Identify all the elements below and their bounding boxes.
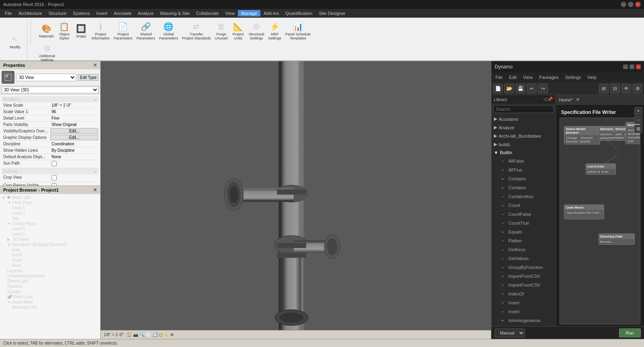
- menu-manage[interactable]: Manage: [238, 10, 260, 17]
- dynamo-maximize[interactable]: □: [630, 64, 634, 69]
- snaps-button[interactable]: 🔲 Snaps: [73, 22, 89, 39]
- menu-annotate[interactable]: Annotate: [111, 10, 135, 17]
- crop-view-checkbox[interactable]: [52, 175, 57, 180]
- graphic-display-edit-button[interactable]: Edit...: [50, 135, 98, 140]
- dynamo-close[interactable]: ✕: [636, 64, 641, 69]
- home-tab-close[interactable]: ✕: [576, 97, 580, 102]
- tree-item-level2-cp[interactable]: Level 2: [1, 231, 99, 237]
- menu-view[interactable]: View: [222, 10, 238, 17]
- crop-region-checkbox[interactable]: [52, 183, 57, 186]
- menu-systems[interactable]: Systems: [70, 10, 93, 17]
- tree-item-families[interactable]: Families: [1, 284, 99, 289]
- project-params-button[interactable]: 📄 ProjectParameters: [112, 20, 134, 41]
- lib-item-insert1[interactable]: ▪ Insert: [491, 298, 555, 307]
- properties-close-button[interactable]: ✕: [93, 62, 97, 68]
- dynamo-settings-btn[interactable]: ⚙: [633, 84, 642, 93]
- lib-item-getkeys[interactable]: ▪ GetKeys: [491, 245, 555, 254]
- tree-item-revit-links[interactable]: 🔗 Revit Links: [1, 294, 99, 299]
- menu-structure[interactable]: Structure: [45, 10, 70, 17]
- dynamo-node-area[interactable]: Specification File Writer Select Model E…: [558, 108, 642, 326]
- lib-item-getvalues[interactable]: ▪ GetValues: [491, 254, 555, 263]
- lib-cat-analyze[interactable]: ▶ Analyze: [491, 123, 555, 132]
- tree-item-ceiling-plans[interactable]: ▼ Ceiling Plans: [1, 221, 99, 226]
- tree-item-floor-plans[interactable]: ▼ Floor Plans: [1, 200, 99, 205]
- dynamo-preview-button[interactable]: 👁: [621, 84, 631, 93]
- lib-item-insert2[interactable]: ▪ Insert: [491, 307, 555, 316]
- dyn-zoom-in-button[interactable]: +: [634, 107, 642, 115]
- dynamo-new-button[interactable]: 📄: [493, 84, 503, 93]
- tree-item-north[interactable]: North: [1, 252, 99, 258]
- lib-cat-builtin[interactable]: ▼ BuiltIn: [491, 149, 555, 157]
- tree-item-east[interactable]: East: [1, 247, 99, 252]
- view-name-select[interactable]: 3D View: (3D): [2, 87, 99, 93]
- menu-massing[interactable]: Massing & Site: [157, 10, 193, 17]
- dynamo-menu-packages[interactable]: Packages: [537, 74, 561, 81]
- run-button[interactable]: Run: [619, 328, 641, 337]
- close-button[interactable]: ✕: [635, 2, 641, 7]
- menu-architecture[interactable]: Architecture: [15, 10, 45, 17]
- dir-path-node[interactable]: Directory Path Browse...: [599, 233, 635, 245]
- dynamo-zoom-fit-button[interactable]: ⊞: [599, 84, 609, 93]
- dynamo-open-button[interactable]: 📂: [504, 84, 514, 93]
- dynamo-save-button[interactable]: 💾: [516, 84, 525, 93]
- lib-item-contains2[interactable]: ▪ Contains: [491, 183, 555, 192]
- viewport[interactable]: 1/8" = 1'-0" 🏠 📷 🔍 ⬜ 🔄 ◻ 📐 ⚙: [101, 61, 491, 339]
- transfer-button[interactable]: ⇄ TransferProject Standards: [180, 20, 213, 41]
- extents-section[interactable]: Extents ▲: [2, 168, 99, 174]
- edit-type-button[interactable]: Edit Type: [78, 74, 99, 81]
- menu-analyze[interactable]: Analyze: [135, 10, 157, 17]
- code-block-node[interactable]: Code Block "Specification File Path"; .: [564, 204, 604, 219]
- tree-item-legends[interactable]: Legends: [1, 268, 99, 273]
- node-workspace[interactable]: Select Model Element Change Element Elem…: [559, 118, 640, 324]
- menu-sitedesigner[interactable]: Site Designer: [316, 10, 349, 17]
- dyn-zoom-out-button[interactable]: −: [634, 116, 642, 124]
- list-create-node[interactable]: List.Create index0 ● ● list: [586, 163, 616, 175]
- dynamo-undo-button[interactable]: ↩: [527, 84, 537, 93]
- library-pin-icon[interactable]: 📌: [547, 97, 553, 102]
- dyn-fit-button[interactable]: ⊞: [634, 125, 642, 133]
- tree-item-views[interactable]: ▼ 👁 Views (all): [1, 195, 99, 200]
- lib-item-importcsv2[interactable]: ▪ ImportFromCSV: [491, 281, 555, 289]
- lib-item-importcsv1[interactable]: ▪ ImportFromCSV: [491, 272, 555, 281]
- tree-item-elevations[interactable]: ▼ Elevations (Building Elevation): [1, 242, 99, 247]
- tree-item-level1-fp[interactable]: Level 1: [1, 205, 99, 211]
- tree-item-level2-fp[interactable]: Level 2: [1, 211, 99, 216]
- mep-settings-button[interactable]: ⚡ MEPSettings: [266, 20, 283, 41]
- tree-item-groups[interactable]: Groups: [1, 289, 99, 294]
- menu-insert[interactable]: Insert: [93, 10, 111, 17]
- object-styles-button[interactable]: 📋 ObjectStyles: [56, 20, 72, 41]
- home-tab-label[interactable]: Home*: [559, 97, 573, 102]
- tree-item-3d-views[interactable]: ▶ 3D Views: [1, 237, 99, 242]
- minimize-button[interactable]: —: [621, 2, 626, 7]
- tree-item-assemblies[interactable]: ▼ Assemblies: [1, 299, 99, 305]
- library-search-input[interactable]: [493, 105, 554, 113]
- panel-schedule-button[interactable]: 📊 Panel ScheduleTemplates: [284, 20, 312, 41]
- lib-item-containskey[interactable]: ▪ ContainsKey: [491, 192, 555, 201]
- additional-settings-button[interactable]: ⚙ AdditionalSettings: [37, 42, 57, 63]
- dynamo-menu-settings[interactable]: Settings: [563, 74, 584, 81]
- tree-item-assembly001[interactable]: Assembly 001: [1, 305, 99, 310]
- dynamo-canvas[interactable]: Home* ✕ Specification File Writer Select…: [556, 95, 644, 326]
- dynamo-menu-help[interactable]: Help: [585, 74, 599, 81]
- select-model-node[interactable]: Select Model Element Change Element Elem…: [564, 126, 600, 145]
- tree-item-level1-cp[interactable]: Level 1: [1, 226, 99, 231]
- tree-item-site-fp[interactable]: Site: [1, 216, 99, 221]
- lib-item-indexof[interactable]: ▪ IndexOf: [491, 289, 555, 298]
- structural-settings-button[interactable]: ⚙ StructuralSettings: [247, 20, 266, 41]
- menu-quantification[interactable]: Quantification: [282, 10, 316, 17]
- dynamo-menu-view[interactable]: View: [521, 74, 535, 81]
- lib-cat-archilab[interactable]: ▶ Archi-lab_Bumblebee: [491, 132, 555, 140]
- lib-item-allfalse[interactable]: ▪ AllFalse: [491, 157, 555, 165]
- menu-addins[interactable]: Add-Ins: [260, 10, 282, 17]
- expand-views[interactable]: ▼: [2, 195, 6, 200]
- tree-item-south[interactable]: South: [1, 258, 99, 263]
- vg-edit-button[interactable]: Edit...: [50, 128, 98, 134]
- tree-item-sheets[interactable]: Sheets (all): [1, 279, 99, 284]
- lib-cat-acustamo[interactable]: ▶ Acustamo: [491, 115, 555, 123]
- lib-item-alltrue[interactable]: ▪ AllTrue: [491, 165, 555, 174]
- tree-item-schedules[interactable]: Schedules/Quantities: [1, 273, 99, 279]
- library-expand-icon[interactable]: ◁: [543, 97, 547, 102]
- dynamo-menu-file[interactable]: File: [493, 74, 505, 81]
- menu-collaborate[interactable]: Collaborate: [193, 10, 222, 17]
- lib-item-countfalse[interactable]: ▪ CountFalse: [491, 210, 555, 219]
